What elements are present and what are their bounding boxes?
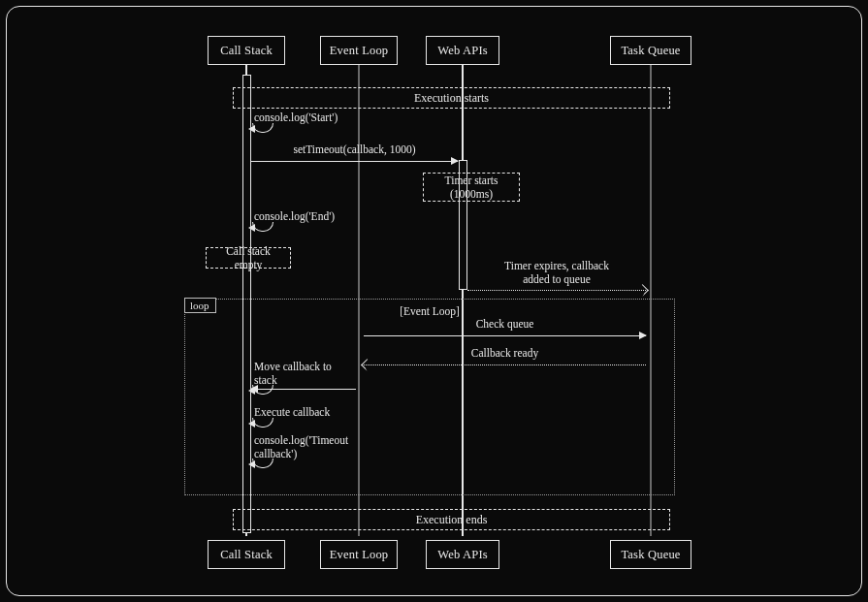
message-arrow: [364, 364, 646, 365]
message-arrow: [251, 389, 356, 390]
participant-webapis: Web APIs: [426, 36, 499, 65]
loop-tag: loop: [184, 298, 216, 313]
participant-taskqueue-bottom: Task Queue: [610, 540, 691, 569]
message-label: setTimeout(callback, 1000): [251, 143, 458, 156]
divider: Execution starts: [233, 87, 670, 109]
participant-eventloop: Event Loop: [320, 36, 398, 65]
message-arrow: [364, 335, 646, 336]
participant-taskqueue: Task Queue: [610, 36, 691, 65]
self-return-arrowhead: [248, 460, 255, 468]
self-return-arrowhead: [248, 125, 255, 133]
participant-eventloop-bottom: Event Loop: [320, 540, 398, 569]
divider: Execution ends: [233, 509, 670, 530]
note: Timer starts(1000ms): [423, 173, 520, 202]
self-return-arrowhead: [248, 224, 255, 232]
self-return-curve: [252, 222, 273, 232]
message-arrow: [251, 161, 458, 162]
note: Call stack empty: [206, 247, 291, 269]
self-return-arrowhead: [248, 420, 255, 428]
message-arrow: [467, 290, 646, 291]
self-return-curve: [252, 123, 273, 133]
message-label: Timer expires, callbackadded to queue: [467, 259, 646, 287]
participant-webapis-bottom: Web APIs: [426, 540, 499, 569]
participant-callstack-bottom: Call Stack: [208, 540, 285, 569]
participant-callstack: Call Stack: [208, 36, 285, 65]
diagram-canvas: Call StackCall StackEvent LoopEvent Loop…: [7, 7, 861, 595]
